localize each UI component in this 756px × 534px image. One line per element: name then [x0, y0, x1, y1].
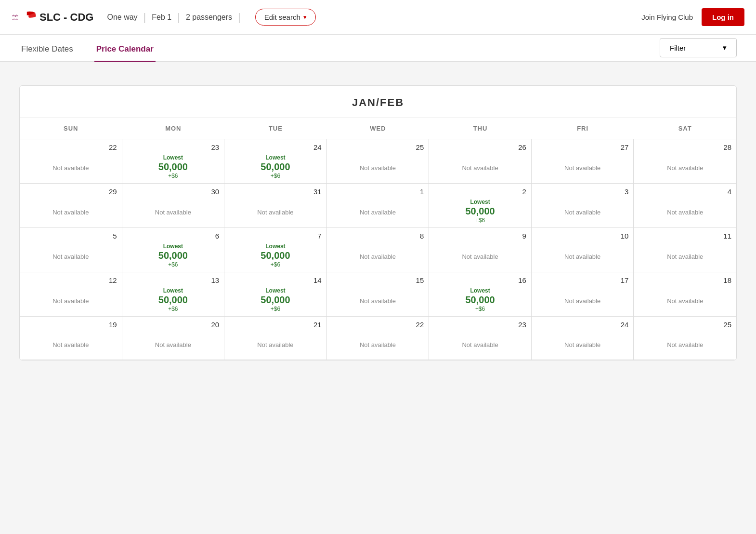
- table-row[interactable]: 16Lowest50,000+$6: [429, 272, 532, 317]
- cell-content: Not available: [25, 243, 117, 268]
- cell-date: 14: [229, 276, 322, 284]
- cell-date: 1: [332, 187, 424, 196]
- tab-flexible-dates[interactable]: Flexible Dates: [19, 35, 75, 62]
- day-header-wed: WED: [327, 118, 430, 139]
- not-available-text: Not available: [52, 341, 89, 348]
- table-row: 4Not available: [634, 184, 736, 228]
- chevron-down-icon: ▾: [303, 13, 307, 21]
- day-header-sat: SAT: [634, 118, 736, 139]
- virgin-atlantic-logo-icon: virgin atlantic: [12, 7, 37, 28]
- lowest-fee: +$6: [271, 173, 280, 179]
- login-button[interactable]: Log in: [702, 8, 744, 26]
- cell-date: 27: [536, 143, 629, 151]
- passengers-info: 2 passengers: [186, 13, 232, 22]
- table-row[interactable]: 2Lowest50,000+$6: [429, 184, 532, 228]
- trip-type: One way: [107, 13, 137, 22]
- cell-content: Not available: [639, 332, 731, 356]
- table-row[interactable]: 6Lowest50,000+$6: [122, 228, 225, 272]
- not-available-text: Not available: [52, 164, 89, 172]
- day-header-sun: SUN: [20, 118, 122, 139]
- cell-date: 25: [332, 143, 424, 151]
- lowest-fee: +$6: [168, 306, 178, 312]
- cell-content: Not available: [639, 199, 731, 224]
- not-available-text: Not available: [667, 209, 703, 216]
- table-row: 25Not available: [327, 139, 430, 184]
- cell-content: Not available: [332, 154, 424, 179]
- calendar-grid: SUN MON TUE WED THU FRI SAT: [20, 118, 736, 139]
- cell-content: Lowest50,000+$6: [127, 287, 220, 312]
- cell-date: 17: [536, 276, 629, 284]
- page-header: virgin atlantic SLC - CDG One way | Feb …: [0, 0, 756, 35]
- table-row: 24Not available: [532, 317, 634, 360]
- header-info: One way | Feb 1 | 2 passengers | Edit se…: [107, 9, 641, 26]
- lowest-label: Lowest: [265, 243, 285, 250]
- cell-content: Lowest50,000+$6: [127, 243, 220, 268]
- not-available-text: Not available: [155, 209, 191, 216]
- cell-content: Not available: [639, 243, 731, 268]
- lowest-label: Lowest: [265, 287, 285, 294]
- cell-content: Not available: [229, 199, 322, 224]
- cell-date: 28: [639, 143, 731, 151]
- not-available-text: Not available: [564, 209, 600, 216]
- cell-date: 10: [536, 232, 629, 240]
- lowest-fee: +$6: [475, 217, 485, 224]
- table-row[interactable]: 7Lowest50,000+$6: [224, 228, 327, 272]
- join-flying-club-link[interactable]: Join Flying Club: [641, 13, 693, 21]
- tab-price-calendar[interactable]: Price Calendar: [94, 35, 156, 62]
- tabs-bar: Flexible Dates Price Calendar Filter ▾: [0, 35, 756, 62]
- cell-content: Not available: [332, 332, 424, 356]
- not-available-text: Not available: [564, 253, 600, 260]
- cell-date: 11: [639, 232, 731, 240]
- cell-date: 21: [229, 320, 322, 329]
- table-row[interactable]: 24Lowest50,000+$6: [224, 139, 327, 184]
- table-row: 27Not available: [532, 139, 634, 184]
- not-available-text: Not available: [52, 209, 89, 216]
- table-row: 20Not available: [122, 317, 225, 360]
- cell-content: Lowest50,000+$6: [434, 199, 526, 224]
- not-available-text: Not available: [667, 297, 703, 305]
- not-available-text: Not available: [360, 164, 396, 172]
- cell-date: 30: [127, 187, 220, 196]
- cell-content: Not available: [536, 243, 629, 268]
- lowest-fee: +$6: [475, 306, 485, 312]
- cell-date: 24: [229, 143, 322, 151]
- table-row: 31Not available: [224, 184, 327, 228]
- svg-text:atlantic: atlantic: [12, 18, 18, 20]
- not-available-text: Not available: [462, 341, 498, 348]
- lowest-fee: +$6: [271, 306, 280, 312]
- header-right: Join Flying Club Log in: [641, 8, 744, 26]
- edit-search-button[interactable]: Edit search ▾: [255, 9, 316, 26]
- cell-content: Not available: [434, 332, 526, 356]
- table-row[interactable]: 23Lowest50,000+$6: [122, 139, 225, 184]
- table-row: 5Not available: [20, 228, 122, 272]
- table-row: 15Not available: [327, 272, 430, 317]
- cell-date: 22: [332, 320, 424, 329]
- filter-button[interactable]: Filter ▾: [660, 38, 737, 57]
- cell-content: Lowest50,000+$6: [127, 154, 220, 179]
- lowest-label: Lowest: [163, 287, 183, 294]
- route-display: SLC - CDG: [39, 11, 93, 24]
- table-row[interactable]: 14Lowest50,000+$6: [224, 272, 327, 317]
- table-row: 22Not available: [327, 317, 430, 360]
- table-row: 21Not available: [224, 317, 327, 360]
- lowest-label: Lowest: [163, 243, 183, 250]
- lowest-label: Lowest: [163, 154, 183, 161]
- cell-date: 18: [639, 276, 731, 284]
- not-available-text: Not available: [257, 341, 293, 348]
- table-row: 10Not available: [532, 228, 634, 272]
- cell-content: Not available: [536, 332, 629, 356]
- cell-date: 2: [434, 187, 526, 196]
- table-row: 8Not available: [327, 228, 430, 272]
- lowest-label: Lowest: [265, 154, 285, 161]
- not-available-text: Not available: [667, 341, 703, 348]
- table-row: 17Not available: [532, 272, 634, 317]
- table-row[interactable]: 13Lowest50,000+$6: [122, 272, 225, 317]
- not-available-text: Not available: [360, 209, 396, 216]
- cell-date: 16: [434, 276, 526, 284]
- cell-date: 5: [25, 232, 117, 240]
- cell-date: 24: [536, 320, 629, 329]
- lowest-points: 50,000: [465, 294, 495, 306]
- cell-content: Not available: [536, 199, 629, 224]
- cell-content: Not available: [434, 243, 526, 268]
- divider-1: |: [143, 11, 146, 24]
